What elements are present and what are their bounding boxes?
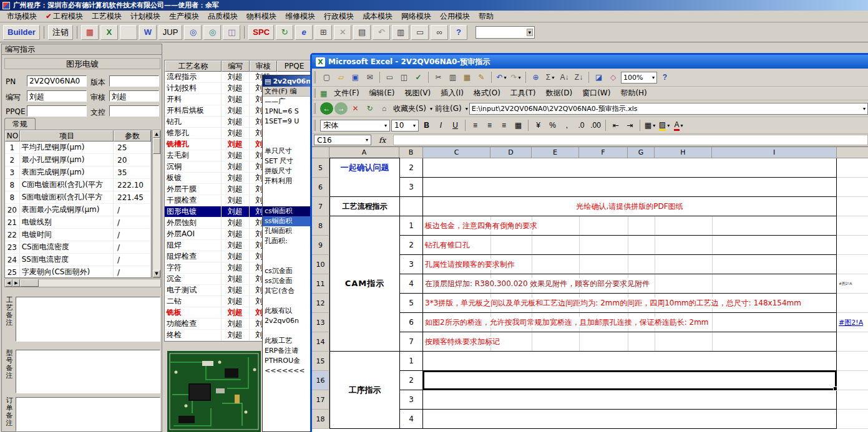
font-color-icon[interactable]: A▾: [672, 119, 685, 132]
cell[interactable]: #图2!A: [837, 274, 868, 294]
find-icon[interactable]: ∞: [431, 25, 448, 40]
drawing-icon[interactable]: ◇: [607, 71, 620, 84]
copy-icon[interactable]: ▥: [446, 71, 459, 84]
table-row[interactable]: 21电镀线别/: [5, 216, 151, 229]
menu-item[interactable]: 帮助: [474, 10, 498, 23]
sort-ascending-icon[interactable]: A↓: [558, 71, 571, 84]
dropdown-arrow-icon[interactable]: ▾: [384, 123, 387, 128]
col-item[interactable]: 项目: [20, 130, 114, 142]
document-icon[interactable]: ▤: [353, 25, 371, 40]
column-header[interactable]: F: [579, 147, 628, 158]
menu-item[interactable]: 文件(F): [329, 87, 363, 100]
cell[interactable]: 在顶层阻焊加: R380.300.020 效果见附件，顾客的部分要求见附件: [423, 274, 837, 294]
cell[interactable]: #图2!A: [837, 313, 868, 332]
column-header[interactable]: G: [628, 147, 655, 158]
menu-item[interactable]: 插入(I): [436, 87, 468, 100]
row-header[interactable]: 6: [312, 178, 329, 197]
open-folder-icon[interactable]: ▱: [334, 71, 348, 84]
select-all-corner[interactable]: [312, 147, 329, 158]
builder-button[interactable]: Builder: [3, 25, 40, 40]
spreadsheet-grid[interactable]: ABCDEFGHI 52637光绘确认,请提供拼版的PDF图纸81板边包金，注意…: [312, 146, 868, 432]
align-center-icon[interactable]: ≡: [483, 119, 496, 132]
percent-icon[interactable]: %: [546, 119, 559, 132]
underline-button[interactable]: U: [449, 119, 462, 132]
table-row[interactable]: 20表面最小完成铜厚(μm)/: [5, 204, 151, 216]
dropdown-arrow-icon[interactable]: ▾: [527, 29, 534, 36]
dropdown-arrow-icon[interactable]: ▾: [366, 137, 368, 143]
font-size-combobox[interactable]: 10 ▾: [391, 120, 419, 132]
scroll-thumb[interactable]: [20, 279, 39, 287]
word-icon[interactable]: W: [139, 25, 157, 40]
new-document-icon[interactable]: ▢: [320, 71, 333, 84]
dropdown-arrow-icon[interactable]: ▾: [652, 75, 655, 80]
row-header[interactable]: 9: [312, 236, 329, 255]
fill-color-icon[interactable]: ▨▾: [658, 119, 671, 132]
toolbar-grip[interactable]: [314, 120, 317, 131]
table-row[interactable]: 3表面完成铜厚(μm)35: [5, 166, 151, 179]
column-header[interactable]: B: [399, 147, 423, 158]
formula-bar[interactable]: [393, 135, 868, 145]
col-param[interactable]: 参数: [114, 130, 151, 142]
row-header[interactable]: 10: [312, 255, 329, 274]
name-box[interactable]: C16 ▾: [314, 135, 371, 145]
row-header[interactable]: 11: [312, 274, 329, 294]
dropdown-arrow-icon[interactable]: ▾: [430, 106, 432, 112]
column-header[interactable]: A: [329, 147, 399, 158]
view-icon[interactable]: ◎: [203, 25, 221, 40]
refresh-icon[interactable]: ↻: [363, 102, 376, 115]
cell[interactable]: 板边包金，注意四角有倒角的要求: [423, 216, 837, 236]
column-header[interactable]: D: [490, 147, 532, 158]
cut-icon[interactable]: ✂: [432, 71, 445, 84]
go-menu[interactable]: 前往(G): [434, 103, 463, 114]
column-header[interactable]: C: [423, 147, 490, 158]
report-window[interactable]: ▤ 2v2qv06n 文件(F) 编 ——广1PNL=6 S1SET=9 U单只…: [262, 75, 311, 432]
hyperlink-icon[interactable]: ⊕: [529, 71, 542, 84]
cell[interactable]: [837, 410, 868, 429]
scroll-down-icon[interactable]: ▼: [153, 270, 160, 277]
tab-general[interactable]: 常规: [4, 118, 36, 130]
cell[interactable]: 3: [399, 390, 423, 410]
spc-button[interactable]: SPC: [248, 25, 274, 40]
cell[interactable]: [837, 390, 868, 410]
menu-item[interactable]: 视图(V): [401, 87, 436, 100]
italic-button[interactable]: I: [434, 119, 447, 132]
cell[interactable]: 4: [399, 274, 423, 294]
cell[interactable]: 钻孔有锥口孔: [423, 236, 837, 255]
blank-icon[interactable]: [120, 25, 137, 40]
refresh-icon[interactable]: ↻: [276, 25, 293, 40]
reviewer-field[interactable]: 刘超: [109, 90, 159, 102]
row-header[interactable]: 17: [312, 390, 329, 410]
dropdown-arrow-icon[interactable]: ▾: [552, 75, 554, 80]
cell[interactable]: [423, 371, 837, 390]
table-row[interactable]: 25字麦朝向(CS面朝外)/: [5, 266, 151, 278]
redo-icon[interactable]: ↷▾: [509, 71, 522, 84]
font-combobox[interactable]: 宋体 ▾: [320, 120, 390, 132]
row-header[interactable]: 13: [312, 313, 329, 332]
toolbar-grip[interactable]: [314, 103, 317, 114]
cell[interactable]: 4: [399, 410, 423, 429]
col-no[interactable]: NO: [5, 130, 20, 142]
cell[interactable]: [837, 197, 868, 216]
menu-item[interactable]: 数据(D): [542, 87, 577, 100]
scroll-up-icon[interactable]: ▲: [153, 130, 160, 138]
cell[interactable]: 孔属性请按顾客的要求制作: [423, 255, 837, 274]
dropdown-arrow-icon[interactable]: ▾: [466, 106, 468, 112]
report-window-menubar[interactable]: 文件(F) 编: [263, 87, 310, 97]
preview-icon[interactable]: ◎: [184, 25, 202, 40]
scroll-right-icon[interactable]: ▶: [12, 279, 20, 287]
cell[interactable]: [837, 294, 868, 313]
excel-titlebar[interactable]: X Microsoft Excel - 2V2QV06NA0-预审指示: [312, 55, 868, 69]
stop-icon[interactable]: ✕: [349, 102, 362, 115]
column-header[interactable]: E: [532, 147, 579, 158]
process-remark-textarea[interactable]: [16, 297, 160, 342]
menu-item[interactable]: 维修模块: [281, 10, 319, 23]
toolbar-grip[interactable]: [314, 71, 317, 84]
align-right-icon[interactable]: ≡: [497, 119, 510, 132]
spelling-icon[interactable]: ✓: [412, 71, 425, 84]
dropdown-arrow-icon[interactable]: ▾: [413, 123, 416, 128]
sheet-icon[interactable]: ▥: [392, 25, 409, 40]
jup-button[interactable]: JUP: [158, 25, 183, 40]
menu-item[interactable]: 行政模块: [319, 10, 358, 23]
cell[interactable]: [399, 197, 423, 216]
doc-control-field[interactable]: [109, 105, 159, 117]
